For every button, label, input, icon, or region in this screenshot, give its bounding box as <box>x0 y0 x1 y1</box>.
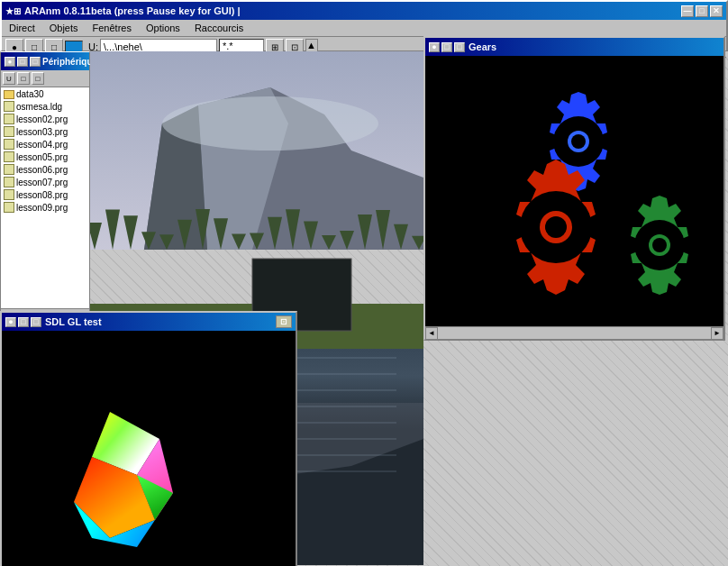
list-item[interactable]: lesson03.prg <box>2 125 88 138</box>
gear-green-group <box>631 196 688 295</box>
menu-objets[interactable]: Objets <box>46 22 82 34</box>
gears-title-text: Gears <box>469 41 496 52</box>
panel-minimize[interactable]: ● <box>5 57 15 67</box>
sdl-title-bar: ● □ □ SDL GL test ⊡ <box>2 313 296 331</box>
list-item[interactable]: osmesa.ldg <box>2 100 88 113</box>
menu-fenetres[interactable]: Fenêtres <box>89 22 135 34</box>
sdl-extra-btn[interactable]: ⊡ <box>276 315 292 328</box>
gears-scroll-track <box>440 329 709 338</box>
peripherique-title: ● □ □ Périphérique <box>1 52 89 70</box>
folder-item[interactable]: data30 <box>2 88 88 100</box>
menu-bar: Direct Objets Fenêtres Options Raccourci… <box>2 20 726 37</box>
list-item[interactable]: lesson06.prg <box>2 163 88 176</box>
gear-red-group <box>516 160 596 295</box>
gears-scrollbar: ◄ ► <box>425 326 723 339</box>
file-icon <box>4 202 14 213</box>
panel-tb3[interactable]: □ <box>32 72 44 85</box>
maximize-button[interactable]: □ <box>696 5 708 17</box>
file-list: data30 osmesa.ldg lesson02.prg lesson03.… <box>1 87 89 318</box>
folder-icon <box>4 90 14 99</box>
gears-scroll-btn[interactable]: ◄ <box>425 327 438 340</box>
file-icon <box>4 114 14 124</box>
sdl-canvas <box>2 331 296 566</box>
panel-win-buttons: ● □ □ <box>5 57 41 67</box>
list-item[interactable]: lesson04.prg <box>2 138 88 151</box>
gear-red-inner-hole <box>545 216 567 238</box>
gears-btn3[interactable]: □ <box>454 42 465 52</box>
list-item[interactable]: lesson05.prg <box>2 151 88 163</box>
list-item[interactable]: lesson02.prg <box>2 113 88 125</box>
panel-btn3[interactable]: □ <box>30 57 41 67</box>
close-button[interactable]: ✕ <box>710 5 723 17</box>
gears-btn1[interactable]: ● <box>429 42 440 52</box>
menu-options[interactable]: Options <box>142 22 184 34</box>
sdl-btn2[interactable]: □ <box>18 317 29 327</box>
file-icon <box>4 189 14 200</box>
file-icon <box>4 177 14 187</box>
file-icon <box>4 139 14 150</box>
gears-title-bar: ● □ □ Gears <box>425 38 723 56</box>
main-title-text: ARAnm 0.8.11beta (press Pause key for GU… <box>24 5 678 16</box>
gears-btn2[interactable]: □ <box>441 42 452 52</box>
panel-btn2[interactable]: □ <box>17 57 28 67</box>
main-window-icon: ★⊞ <box>5 6 21 16</box>
main-win-buttons: — □ ✕ <box>681 5 723 17</box>
list-item[interactable]: lesson07.prg <box>2 176 88 188</box>
peripherique-panel: ● □ □ Périphérique U □ □ data30 osmesa.l… <box>0 51 90 324</box>
file-icon <box>4 101 14 112</box>
gears-window: ● □ □ Gears <box>423 36 725 341</box>
gears-win-buttons: ● □ □ <box>429 42 465 52</box>
gears-scroll-btn-right[interactable]: ► <box>711 327 723 340</box>
gear-blue-inner-hole <box>571 134 586 149</box>
main-title-bar: ★⊞ ARAnm 0.8.11beta (press Pause key for… <box>2 2 726 20</box>
sdl-btn3[interactable]: □ <box>31 317 41 327</box>
sdl-window: ● □ □ SDL GL test ⊡ <box>0 311 297 566</box>
panel-toolbar: U □ □ <box>1 70 89 87</box>
panel-tb1[interactable]: U <box>3 72 15 85</box>
menu-raccourcis[interactable]: Raccourcis <box>191 22 247 34</box>
sdl-btn1[interactable]: ● <box>5 317 16 327</box>
gears-svg <box>425 56 723 326</box>
list-item[interactable]: lesson08.prg <box>2 188 88 201</box>
file-icon <box>4 151 14 162</box>
menu-direct[interactable]: Direct <box>5 22 39 34</box>
minimize-button[interactable]: — <box>681 5 694 17</box>
gears-content <box>425 56 723 326</box>
file-icon <box>4 126 14 137</box>
file-icon <box>4 164 14 175</box>
list-item[interactable]: lesson09.prg <box>2 201 88 214</box>
peripherique-label: Périphérique <box>42 57 97 67</box>
sdl-content <box>2 331 296 566</box>
sdl-win-buttons: ● □ □ <box>5 317 41 327</box>
panel-tb2[interactable]: □ <box>17 72 30 85</box>
gear-green-inner-hole <box>652 238 667 252</box>
sdl-title-text: SDL GL test <box>45 316 102 327</box>
